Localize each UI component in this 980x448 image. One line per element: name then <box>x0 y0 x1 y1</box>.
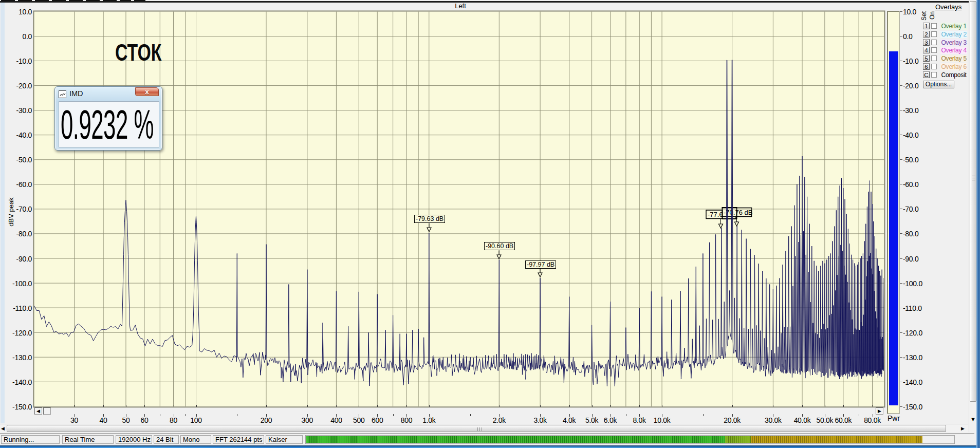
svg-text:-70.76 dB: -70.76 dB <box>724 209 752 216</box>
